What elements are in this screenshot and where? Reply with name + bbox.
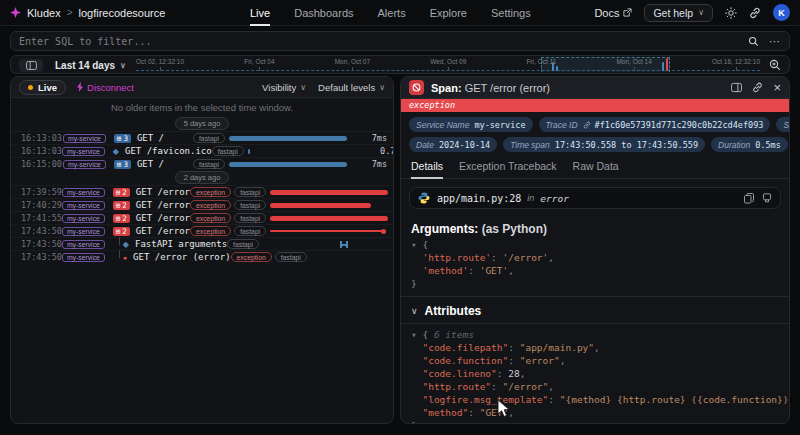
- time-group-divider: 2 days ago: [11, 170, 393, 185]
- duration-track: [311, 252, 394, 263]
- section-divider: [401, 323, 789, 324]
- trace-row-name: GET /: [137, 159, 164, 169]
- span-name-label: GET /error (error): [465, 82, 550, 94]
- default-levels-dropdown[interactable]: Default levels ∨: [318, 82, 385, 93]
- timeline-tick-label: Mon, Oct 07: [335, 58, 370, 65]
- disconnect-button[interactable]: Disconnect: [76, 82, 134, 93]
- trace-row-tags: exceptionfastapi: [190, 200, 266, 210]
- child-count-badge[interactable]: ⊞3: [114, 134, 131, 143]
- time-range-dropdown[interactable]: Last 14 days ∨: [55, 56, 126, 75]
- trace-row-time: 17:39:59: [21, 187, 62, 197]
- trace-row[interactable]: 16:13:03my-service◆GET /favicon.icofasta…: [11, 144, 393, 157]
- code-line: 'http.route': '/error',: [411, 251, 779, 264]
- timeline-bar: Last 14 days ∨ Oct 02, 12:32:10Fri, Oct …: [10, 55, 790, 74]
- tag-exception: exception: [190, 187, 231, 197]
- git-branch-icon[interactable]: [762, 193, 772, 204]
- trace-row-duration: 6ms: [390, 200, 394, 210]
- dock-panel-icon[interactable]: [731, 82, 742, 93]
- time-ago-badge: 2 days ago: [175, 171, 230, 184]
- link-icon[interactable]: [583, 121, 591, 129]
- code-line: "code.filepath": "app/main.py",: [411, 341, 779, 354]
- trace-row[interactable]: 17:41:55my-service⊞2GET /errorexceptionf…: [11, 211, 393, 224]
- close-icon[interactable]: ×: [773, 81, 781, 94]
- child-count-badge[interactable]: ⊞2: [113, 214, 130, 223]
- trace-row-tags: fastapi: [212, 146, 244, 156]
- more-options-button[interactable]: ⋯: [769, 35, 781, 48]
- code-location[interactable]: app/main.py:28 in error: [409, 187, 781, 209]
- external-link-icon: [623, 8, 632, 17]
- top-header: Kludex > logfirecodesource LiveDashboard…: [0, 0, 800, 26]
- trace-row[interactable]: 16:13:03my-service⊞3GET /fastapi7ms: [11, 131, 393, 144]
- theme-toggle-button[interactable]: [725, 7, 737, 19]
- attributes-heading[interactable]: ∨ Attributes: [401, 301, 789, 323]
- trace-row-name: GET /error (error): [133, 252, 231, 262]
- trace-row-tags: exceptionfastapi: [190, 187, 266, 197]
- trace-row[interactable]: 17:43:50my-service⊞2GET /errorexceptionf…: [11, 224, 393, 237]
- zoom-in-button[interactable]: [769, 59, 781, 73]
- tag-exception: exception: [190, 226, 231, 236]
- sql-filter-input[interactable]: [19, 36, 748, 47]
- trace-row[interactable]: 16:15:00my-service⊞3GET /fastapi7ms: [11, 157, 393, 170]
- docs-link[interactable]: Docs: [594, 7, 632, 19]
- share-link-button[interactable]: [749, 7, 761, 19]
- child-count-badge[interactable]: ⊞2: [113, 201, 130, 210]
- trace-row[interactable]: 17:39:59my-service⊞2GET /errorexceptionf…: [11, 185, 393, 198]
- sidebar-toggle-button[interactable]: [19, 59, 43, 72]
- breadcrumb-separator: >: [67, 7, 73, 18]
- meta-pill-value: #f1c60e57391d771c290c0b22cd4ef093: [595, 120, 764, 130]
- child-count-badge[interactable]: ⊞3: [114, 160, 131, 169]
- trace-row[interactable]: 17:43:50my-service●GET /error (error)exc…: [11, 250, 393, 263]
- nav-tab-settings[interactable]: Settings: [491, 0, 531, 26]
- user-avatar[interactable]: K: [773, 4, 790, 21]
- nav-tab-explore[interactable]: Explore: [430, 0, 467, 26]
- service-tag: my-service: [62, 240, 105, 249]
- child-count-badge[interactable]: ⊞2: [113, 227, 130, 236]
- trace-row-duration: 7ms: [390, 187, 394, 197]
- get-help-button[interactable]: Get help ∨: [644, 4, 713, 22]
- link-icon[interactable]: [752, 82, 763, 93]
- trace-row-duration: 0.3ms: [383, 239, 394, 249]
- trace-row-time: 17:43:50: [21, 239, 62, 249]
- section-divider: [401, 296, 789, 297]
- meta-pill-label: Duration: [718, 140, 750, 150]
- breadcrumb: Kludex > logfirecodesource: [10, 7, 165, 19]
- service-tag: my-service: [63, 160, 106, 169]
- visibility-dropdown[interactable]: Visibility ∨: [262, 82, 306, 93]
- trace-row[interactable]: 17:40:29my-service⊞2GET /errorexceptionf…: [11, 198, 393, 211]
- attributes-heading-label: Attributes: [425, 304, 482, 318]
- timeline-tick-label: Oct 16, 12:32:10: [712, 58, 760, 65]
- tab-exception-traceback[interactable]: Exception Traceback: [459, 160, 556, 178]
- tag-fastapi: fastapi: [212, 146, 244, 156]
- span-detail-panel: Span: GET /error (error) × exception Ser…: [400, 76, 790, 424]
- code-line: "method": "GET",: [411, 406, 779, 419]
- error-span-icon: [409, 80, 424, 95]
- logfire-logo-icon[interactable]: [10, 7, 21, 18]
- nav-tab-alerts[interactable]: Alerts: [378, 0, 406, 26]
- breadcrumb-project[interactable]: logfirecodesource: [78, 7, 165, 19]
- tag-fastapi: fastapi: [193, 133, 225, 143]
- tag-fastapi: fastapi: [234, 226, 266, 236]
- breadcrumb-org[interactable]: Kludex: [27, 7, 61, 19]
- live-toggle-button[interactable]: Live: [19, 80, 66, 95]
- nav-tab-live[interactable]: Live: [250, 0, 270, 26]
- tag-fastapi: fastapi: [234, 200, 266, 210]
- trace-row[interactable]: 17:43:50my-service◆FastAPI argumentsfast…: [11, 237, 393, 250]
- search-icon[interactable]: [748, 36, 759, 47]
- logfire-app: Kludex > logfirecodesource LiveDashboard…: [0, 0, 800, 435]
- duration-track: [248, 146, 368, 157]
- trace-row-time: 16:13:03: [21, 133, 63, 143]
- trace-row-name: GET /favicon.ico: [125, 146, 212, 156]
- expand-grid-icon: ⊞: [116, 214, 121, 223]
- meta-pill-date: Date2024-10-14: [409, 137, 497, 152]
- trace-row-tags: fastapi: [193, 159, 225, 169]
- nav-tab-dashboards[interactable]: Dashboards: [294, 0, 353, 26]
- copy-icon[interactable]: [744, 193, 754, 204]
- tab-raw-data[interactable]: Raw Data: [573, 160, 619, 178]
- arguments-heading-label: Arguments:: [411, 222, 478, 236]
- trace-row-name: GET /error: [136, 226, 190, 236]
- tag-fastapi: fastapi: [227, 239, 259, 249]
- arguments-heading: Arguments: (as Python): [401, 217, 789, 238]
- tab-details[interactable]: Details: [411, 160, 443, 179]
- trace-row-duration: 7ms: [390, 213, 394, 223]
- child-count-badge[interactable]: ⊞2: [113, 188, 130, 197]
